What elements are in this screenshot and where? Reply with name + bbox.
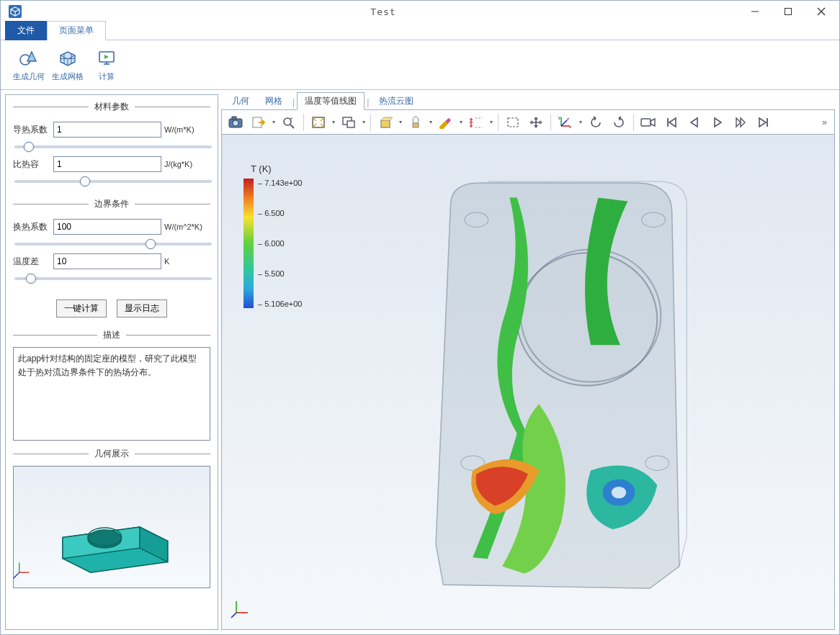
tab-isotherm[interactable]: 温度等值线图 — [297, 92, 365, 110]
svg-rect-32 — [413, 123, 419, 127]
view-xyz-button[interactable]: yxz — [555, 112, 576, 132]
svg-rect-37 — [508, 118, 518, 127]
material-legend: 材料参数 — [89, 101, 135, 113]
rotate-cw-button[interactable] — [608, 112, 630, 132]
heat-cap-input[interactable] — [53, 156, 161, 172]
app-icon — [6, 3, 24, 20]
view-xyz-dropdown[interactable]: ▾ — [578, 119, 584, 125]
conv-coeff-input[interactable] — [53, 219, 161, 235]
anim-next-button[interactable] — [730, 112, 751, 132]
temp-diff-input[interactable] — [53, 253, 161, 269]
window-title: Test — [28, 6, 738, 17]
thermal-cond-label: 导热系数 — [13, 124, 50, 136]
show-log-button[interactable]: 显示日志 — [117, 300, 167, 318]
description-legend: 描述 — [97, 329, 126, 341]
rotate-ccw-button[interactable] — [585, 112, 607, 132]
svg-text:z: z — [567, 117, 569, 121]
clear-dropdown[interactable]: ▾ — [458, 119, 464, 125]
svg-rect-28 — [347, 121, 354, 127]
description-text[interactable]: 此app针对结构的固定座的模型，研究了此模型处于热对流边界条件下的热场分布。 — [13, 347, 210, 441]
measure-dropdown[interactable]: ▾ — [488, 119, 494, 125]
svg-text:x: x — [569, 125, 571, 129]
zoom-extents-button[interactable] — [308, 112, 329, 132]
svg-text:y: y — [558, 116, 560, 120]
zoom-reset-button[interactable]: + — [278, 112, 300, 132]
svg-rect-21 — [232, 117, 236, 120]
scene-light-button[interactable] — [375, 112, 396, 132]
clear-button[interactable] — [435, 112, 457, 132]
thermal-cond-unit: W/(m*K) — [164, 125, 210, 134]
geometry-preview[interactable] — [13, 466, 210, 588]
svg-marker-8 — [104, 55, 109, 59]
zoom-extents-dropdown[interactable]: ▾ — [331, 119, 336, 125]
toolbar-overflow[interactable]: » — [818, 117, 831, 127]
heat-cap-slider[interactable] — [14, 180, 212, 183]
thermal-cond-input[interactable] — [53, 122, 161, 138]
app-window: Test 文件 页面菜单 生成几何 生成网格 — [0, 0, 840, 635]
anim-last-button[interactable] — [753, 112, 774, 132]
export-button[interactable] — [248, 112, 269, 132]
sidebar: 材料参数 导热系数 W/(m*K) 比热容 J/(kg*K) 边界条件 换热系数 — [5, 94, 218, 630]
compute-button[interactable]: 计算 — [89, 42, 125, 88]
anim-record-button[interactable] — [638, 112, 659, 132]
boundary-legend: 边界条件 — [89, 198, 135, 210]
zoom-box-dropdown[interactable]: ▾ — [361, 119, 367, 125]
geom-preview-legend: 几何展示 — [89, 448, 135, 460]
close-button[interactable] — [805, 1, 838, 22]
gen-mesh-label: 生成网格 — [52, 71, 84, 82]
select-box-button[interactable] — [502, 112, 524, 132]
zoom-box-button[interactable] — [338, 112, 359, 132]
mesh-icon — [58, 48, 78, 68]
svg-marker-47 — [669, 118, 676, 127]
anim-prev-button[interactable] — [684, 112, 705, 132]
anim-play-button[interactable] — [707, 112, 728, 132]
svg-marker-45 — [651, 119, 655, 126]
svg-rect-2 — [785, 9, 792, 15]
gen-geometry-button[interactable]: 生成几何 — [11, 42, 47, 88]
tab-heatflux[interactable]: 热流云图 — [371, 92, 421, 110]
axis-triad-icon — [231, 597, 252, 621]
gen-mesh-button[interactable]: 生成网格 — [50, 42, 86, 88]
tab-mesh[interactable]: 网格 — [257, 92, 290, 110]
export-dropdown[interactable]: ▾ — [271, 119, 277, 125]
anim-first-button[interactable] — [661, 112, 682, 132]
tab-file[interactable]: 文件 — [5, 21, 47, 40]
thermal-cond-slider[interactable] — [14, 145, 212, 148]
menu-tabs: 文件 页面菜单 — [1, 22, 839, 40]
minimize-button[interactable] — [738, 1, 772, 22]
svg-marker-52 — [759, 118, 766, 127]
tab-page-menu[interactable]: 页面菜单 — [47, 21, 106, 40]
geometry-icon — [19, 48, 39, 68]
transparency-button[interactable] — [405, 112, 426, 132]
transparency-dropdown[interactable]: ▾ — [428, 119, 434, 125]
temp-diff-label: 温度差 — [13, 256, 50, 268]
maximize-button[interactable] — [772, 1, 805, 22]
conv-coeff-slider[interactable] — [14, 243, 212, 246]
graphics-toolbar: ▾ + ▾ ▾ ▾ ▾ ▾ ▾ yxz — [221, 110, 835, 135]
one-key-compute-button[interactable]: 一键计算 — [56, 300, 107, 318]
main-view: 几何 网格 | 温度等值线图 | 热流云图 ▾ + ▾ ▾ ▾ — [221, 94, 835, 630]
compute-icon — [97, 48, 117, 68]
ribbon: 生成几何 生成网格 计算 — [1, 40, 839, 90]
snapshot-button[interactable] — [225, 112, 246, 132]
svg-line-18 — [14, 572, 19, 579]
view-tabs: 几何 网格 | 温度等值线图 | 热流云图 — [221, 94, 835, 110]
graphics-viewport[interactable]: T (K) 7.143e+00 6.500 6.000 5.500 5.106e… — [221, 135, 835, 630]
description-section: 描述 此app针对结构的固定座的模型，研究了此模型处于热对流边界条件下的热场分布… — [13, 329, 210, 443]
svg-point-14 — [88, 530, 122, 548]
temp-diff-slider[interactable] — [14, 277, 212, 280]
measure-button[interactable] — [465, 112, 487, 132]
conv-coeff-label: 换热系数 — [13, 221, 50, 233]
tab-geometry[interactable]: 几何 — [224, 92, 257, 110]
svg-text:+: + — [290, 116, 293, 122]
svg-rect-44 — [641, 119, 651, 126]
material-section: 材料参数 导热系数 W/(m*K) 比热容 J/(kg*K) — [13, 101, 210, 194]
pan-button[interactable] — [525, 112, 547, 132]
heat-cap-label: 比热容 — [13, 158, 50, 171]
svg-point-61 — [612, 487, 626, 498]
gen-geometry-label: 生成几何 — [13, 71, 45, 82]
svg-marker-49 — [715, 118, 721, 127]
conv-coeff-unit: W/(m^2*K) — [164, 222, 210, 231]
scene-light-dropdown[interactable]: ▾ — [398, 119, 403, 125]
svg-rect-29 — [381, 120, 390, 127]
